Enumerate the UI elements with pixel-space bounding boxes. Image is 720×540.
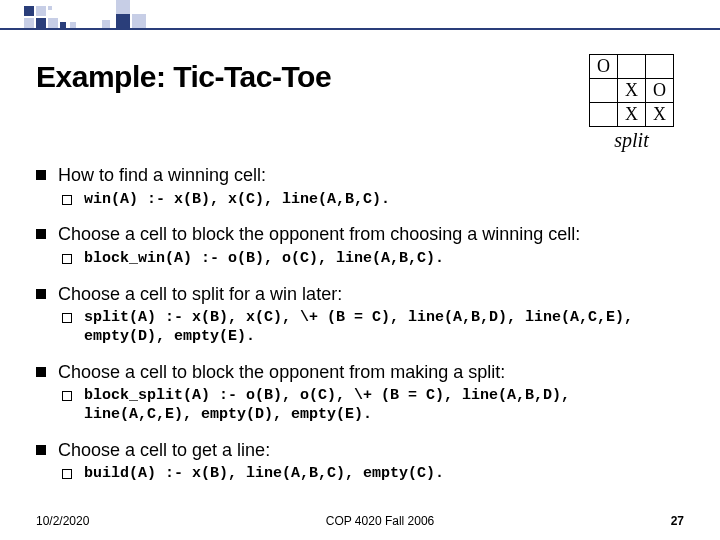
svg-rect-6	[48, 6, 52, 10]
square-bullet-icon	[36, 289, 46, 299]
ttt-cell: X	[618, 79, 646, 103]
open-square-bullet-icon	[62, 195, 72, 205]
slide-title: Example: Tic-Tac-Toe	[36, 60, 331, 94]
item-text: Choose a cell to block the opponent from…	[58, 223, 580, 246]
svg-rect-10	[132, 14, 146, 28]
square-bullet-icon	[36, 170, 46, 180]
footer-date: 10/2/2020	[36, 514, 89, 528]
open-square-bullet-icon	[62, 391, 72, 401]
item-text: Choose a cell to get a line:	[58, 439, 270, 462]
item-code: win(A) :- x(B), x(C), line(A,B,C).	[84, 191, 390, 210]
open-square-bullet-icon	[62, 469, 72, 479]
footer-page: 27	[671, 514, 684, 528]
footer-course: COP 4020 Fall 2006	[326, 514, 435, 528]
list-item: Choose a cell to get a line: build(A) :-…	[36, 439, 684, 484]
svg-rect-12	[102, 20, 110, 28]
square-bullet-icon	[36, 229, 46, 239]
svg-rect-11	[116, 0, 130, 14]
ttt-caption: split	[614, 129, 648, 152]
svg-rect-2	[36, 6, 46, 16]
ttt-cell: X	[646, 103, 674, 127]
svg-rect-4	[36, 18, 46, 28]
svg-rect-1	[24, 6, 34, 16]
header-decoration	[0, 0, 720, 45]
item-code: split(A) :- x(B), x(C), \+ (B = C), line…	[84, 309, 664, 347]
svg-rect-8	[70, 22, 76, 28]
ttt-cell: O	[590, 55, 618, 79]
ttt-cell: X	[618, 103, 646, 127]
open-square-bullet-icon	[62, 254, 72, 264]
list-item: Choose a cell to block the opponent from…	[36, 223, 684, 268]
ttt-cell	[618, 55, 646, 79]
ttt-cell	[646, 55, 674, 79]
svg-rect-7	[60, 22, 66, 28]
svg-rect-0	[0, 28, 720, 30]
square-bullet-icon	[36, 367, 46, 377]
ttt-cell	[590, 103, 618, 127]
ttt-cell: O	[646, 79, 674, 103]
tic-tac-toe-diagram: O X O X X split	[589, 54, 674, 152]
item-text: Choose a cell to block the opponent from…	[58, 361, 505, 384]
list-item: Choose a cell to block the opponent from…	[36, 361, 684, 425]
bullet-list: How to find a winning cell: win(A) :- x(…	[36, 164, 684, 484]
list-item: Choose a cell to split for a win later: …	[36, 283, 684, 347]
square-bullet-icon	[36, 445, 46, 455]
svg-rect-9	[116, 14, 130, 28]
item-code: block_split(A) :- o(B), o(C), \+ (B = C)…	[84, 387, 664, 425]
item-code: build(A) :- x(B), line(A,B,C), empty(C).	[84, 465, 444, 484]
item-code: block_win(A) :- o(B), o(C), line(A,B,C).	[84, 250, 444, 269]
svg-rect-5	[48, 18, 58, 28]
list-item: How to find a winning cell: win(A) :- x(…	[36, 164, 684, 209]
item-text: Choose a cell to split for a win later:	[58, 283, 342, 306]
ttt-cell	[590, 79, 618, 103]
svg-rect-3	[24, 18, 34, 28]
slide-footer: 10/2/2020 COP 4020 Fall 2006 27	[36, 514, 684, 528]
item-text: How to find a winning cell:	[58, 164, 266, 187]
open-square-bullet-icon	[62, 313, 72, 323]
